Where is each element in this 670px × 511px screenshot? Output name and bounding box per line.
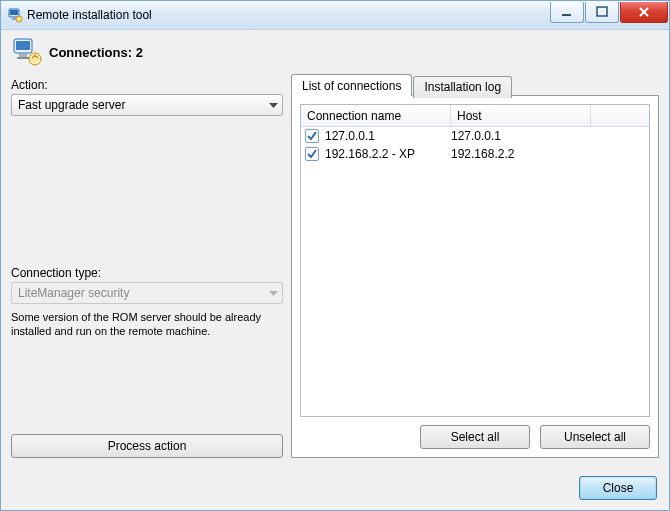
checkbox-icon[interactable]: [305, 147, 319, 161]
chevron-down-icon: [269, 286, 278, 300]
svg-rect-9: [17, 57, 29, 59]
svg-point-11: [34, 55, 37, 58]
process-action-button[interactable]: Process action: [11, 434, 283, 458]
svg-rect-5: [597, 7, 607, 16]
left-panel: Action: Fast upgrade server Connection t…: [11, 74, 291, 458]
column-host[interactable]: Host: [451, 105, 591, 126]
process-action-label: Process action: [108, 439, 187, 453]
button-label: Close: [603, 481, 634, 495]
svg-rect-1: [10, 10, 18, 15]
tab-list-of-connections[interactable]: List of connections: [291, 74, 412, 96]
list-item[interactable]: 127.0.0.1 127.0.0.1: [301, 127, 649, 145]
action-dropdown-value: Fast upgrade server: [18, 98, 125, 112]
maximize-button[interactable]: [585, 2, 619, 23]
select-all-button[interactable]: Select all: [420, 425, 530, 449]
header: Connections: 2: [1, 30, 669, 76]
close-button[interactable]: Close: [579, 476, 657, 500]
svg-rect-4: [562, 14, 571, 16]
connection-name: 192.168.2.2 - XP: [325, 147, 451, 161]
connection-type-value: LiteManager security: [18, 286, 129, 300]
minimize-button[interactable]: [550, 2, 584, 23]
connections-listview[interactable]: Connection name Host 127.0.0.1 127.0.0.1: [300, 104, 650, 417]
tab-label: List of connections: [302, 79, 401, 93]
listview-header: Connection name Host: [301, 105, 649, 127]
svg-point-3: [16, 16, 22, 22]
app-icon: [7, 7, 23, 23]
action-dropdown[interactable]: Fast upgrade server: [11, 94, 283, 116]
help-text: Some version of the ROM server should be…: [11, 310, 283, 338]
tab-installation-log[interactable]: Installation log: [413, 76, 512, 98]
connections-count-label: Connections: 2: [49, 45, 143, 60]
svg-rect-2: [12, 18, 16, 20]
window-close-button[interactable]: [620, 2, 668, 23]
chevron-down-icon: [269, 98, 278, 112]
connections-icon: [11, 36, 43, 68]
column-connection-name[interactable]: Connection name: [301, 105, 451, 126]
connection-type-label: Connection type:: [11, 266, 283, 280]
titlebar[interactable]: Remote installation tool: [1, 1, 669, 30]
connection-host: 127.0.0.1: [451, 129, 591, 143]
tabstrip: List of connections Installation log: [291, 74, 659, 96]
window-title: Remote installation tool: [27, 8, 550, 22]
button-label: Unselect all: [564, 430, 626, 444]
connection-name: 127.0.0.1: [325, 129, 451, 143]
unselect-all-button[interactable]: Unselect all: [540, 425, 650, 449]
button-label: Select all: [451, 430, 500, 444]
column-spacer: [591, 105, 649, 126]
list-item[interactable]: 192.168.2.2 - XP 192.168.2.2: [301, 145, 649, 163]
action-label: Action:: [11, 78, 283, 92]
checkbox-icon[interactable]: [305, 129, 319, 143]
tab-page: Connection name Host 127.0.0.1 127.0.0.1: [291, 95, 659, 458]
svg-rect-7: [16, 41, 30, 50]
svg-rect-8: [19, 54, 27, 57]
connection-host: 192.168.2.2: [451, 147, 591, 161]
connection-type-dropdown: LiteManager security: [11, 282, 283, 304]
tab-label: Installation log: [424, 80, 501, 94]
